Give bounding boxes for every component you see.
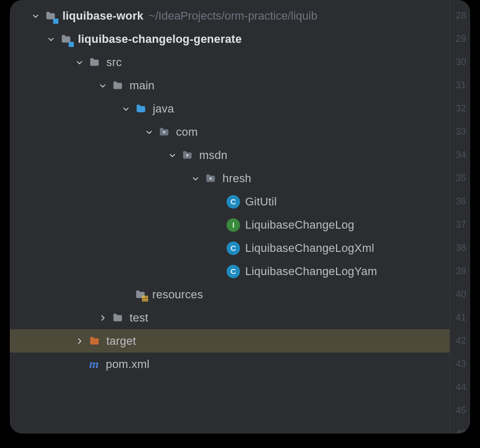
chevron-down-icon[interactable] — [121, 104, 131, 114]
project-tree[interactable]: liquibase-work ~/IdeaProjects/orm-practi… — [10, 0, 450, 434]
tree-label: liquibase-work — [62, 9, 143, 23]
tree-row-java[interactable]: java — [10, 97, 450, 120]
tree-label: com — [176, 125, 198, 139]
tree-path: ~/IdeaProjects/orm-practice/liquib — [149, 9, 317, 23]
tree-row-class[interactable]: I LiquibaseChangeLog — [10, 213, 450, 236]
line-number: 46 — [450, 422, 470, 434]
package-icon — [204, 172, 217, 185]
svg-point-2 — [210, 177, 212, 180]
project-tree-panel: liquibase-work ~/IdeaProjects/orm-practi… — [10, 0, 470, 434]
line-number: 36 — [450, 190, 470, 213]
line-number: 43 — [450, 353, 470, 376]
folder-icon — [111, 79, 124, 92]
tree-row-com[interactable]: com — [10, 120, 450, 143]
maven-icon: m — [87, 358, 101, 371]
tree-label: GitUtil — [245, 195, 277, 209]
line-number: 29 — [450, 27, 470, 51]
tree-label: target — [106, 334, 136, 348]
chevron-down-icon[interactable] — [167, 150, 178, 161]
line-number: 40 — [450, 283, 470, 306]
line-number: 34 — [450, 143, 470, 167]
line-number: 31 — [450, 74, 470, 97]
chevron-down-icon[interactable] — [46, 34, 56, 44]
module-indicator — [69, 42, 74, 47]
tree-row-hresh[interactable]: hresh — [10, 167, 450, 190]
tree-label: LiquibaseChangeLogYam — [245, 265, 377, 278]
tree-row-test[interactable]: test — [10, 306, 450, 329]
tree-label: hresh — [222, 172, 251, 185]
line-number: 28 — [450, 4, 470, 27]
chevron-down-icon[interactable] — [30, 11, 41, 21]
tree-row-src[interactable]: src — [10, 51, 450, 74]
tree-label: main — [130, 79, 155, 92]
tree-row-root[interactable]: liquibase-work ~/IdeaProjects/orm-practi… — [10, 4, 450, 27]
excluded-folder-icon — [88, 334, 101, 348]
class-icon: C — [227, 195, 240, 209]
line-number: 42 — [450, 329, 470, 353]
line-number: 37 — [450, 213, 470, 236]
svg-point-1 — [186, 154, 189, 156]
tree-row-class[interactable]: C LiquibaseChangeLogXml — [10, 236, 450, 260]
line-number: 45 — [450, 399, 470, 422]
source-folder-icon — [134, 102, 148, 116]
line-number: 32 — [450, 97, 470, 120]
folder-icon — [88, 56, 101, 69]
tree-row-msdn[interactable]: msdn — [10, 143, 450, 167]
line-number: 44 — [450, 376, 470, 399]
chevron-down-icon[interactable] — [98, 81, 108, 91]
module-folder-icon — [59, 33, 73, 46]
resources-folder-icon — [134, 288, 147, 301]
chevron-down-icon[interactable] — [74, 57, 85, 68]
package-icon — [181, 149, 194, 162]
package-icon — [157, 125, 171, 139]
folder-icon — [111, 311, 124, 325]
module-indicator — [53, 19, 58, 24]
tree-row-class[interactable]: C GitUtil — [10, 190, 450, 213]
chevron-down-icon[interactable] — [190, 173, 201, 184]
line-number: 39 — [450, 260, 470, 283]
tree-row-pom[interactable]: m pom.xml — [10, 353, 450, 376]
tree-label: resources — [152, 288, 203, 301]
resources-indicator — [142, 296, 148, 302]
line-number: 30 — [450, 51, 470, 74]
tree-label: java — [153, 102, 174, 116]
interface-icon: I — [227, 218, 240, 232]
tree-label: src — [106, 56, 122, 69]
line-number: 33 — [450, 120, 470, 143]
chevron-right-icon[interactable] — [98, 313, 108, 323]
line-number: 35 — [450, 167, 470, 190]
module-folder-icon — [44, 9, 57, 23]
line-number: 41 — [450, 306, 470, 329]
tree-label: liquibase-changelog-generate — [78, 33, 242, 46]
tree-row-target[interactable]: target — [10, 329, 450, 353]
tree-row-class[interactable]: C LiquibaseChangeLogYam — [10, 260, 450, 283]
tree-label: LiquibaseChangeLogXml — [245, 242, 374, 255]
tree-label: test — [130, 311, 148, 325]
svg-point-0 — [163, 131, 166, 133]
editor-gutter: 28293031323334353637383940414243444546 — [450, 0, 470, 434]
tree-row-module[interactable]: liquibase-changelog-generate — [10, 27, 450, 51]
class-icon: C — [227, 242, 240, 255]
chevron-down-icon[interactable] — [144, 127, 154, 137]
tree-label: pom.xml — [106, 358, 150, 371]
tree-label: msdn — [199, 149, 228, 162]
chevron-right-icon[interactable] — [74, 336, 85, 346]
tree-label: LiquibaseChangeLog — [245, 218, 355, 232]
tree-row-resources[interactable]: resources — [10, 283, 450, 306]
class-icon: C — [227, 265, 240, 278]
tree-row-main[interactable]: main — [10, 74, 450, 97]
line-number: 38 — [450, 236, 470, 260]
